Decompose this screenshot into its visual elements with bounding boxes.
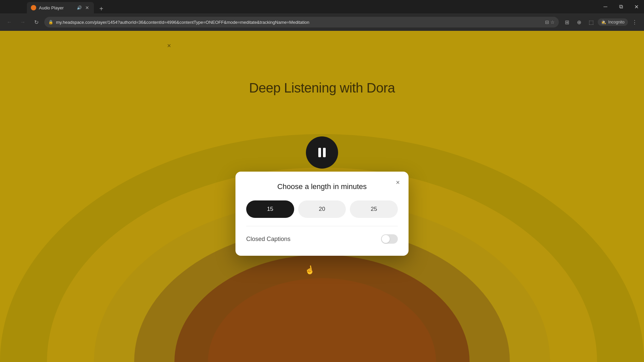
captions-label: Closed Captions bbox=[246, 236, 290, 243]
modal-divider bbox=[246, 226, 398, 226]
browser-actions: ⊞ ⊕ ⬚ 🕵 Incognito ⋮ bbox=[561, 17, 640, 27]
close-window-button[interactable]: ✕ bbox=[629, 0, 644, 13]
profile-button[interactable]: ⊕ bbox=[574, 17, 584, 27]
pause-icon bbox=[318, 148, 326, 157]
active-tab[interactable]: Audio Player 🔊 ✕ bbox=[27, 2, 94, 13]
page-content: × Deep Listening with Dora × Choose a le… bbox=[0, 31, 644, 362]
duration-20-button[interactable]: 20 bbox=[298, 200, 346, 218]
captions-row: Closed Captions bbox=[246, 234, 398, 244]
url-text: my.headspace.com/player/1454?authorId=36… bbox=[56, 20, 542, 25]
tab-close-button[interactable]: ✕ bbox=[85, 5, 90, 10]
page-close-button[interactable]: × bbox=[164, 40, 174, 51]
address-actions: ⊟ ☆ bbox=[545, 19, 555, 25]
incognito-label: Incognito bbox=[608, 20, 625, 24]
bookmark-icon[interactable]: ☆ bbox=[550, 19, 555, 25]
incognito-icon: 🕵 bbox=[601, 20, 606, 24]
duration-15-button[interactable]: 15 bbox=[246, 200, 294, 218]
duration-options: 15 20 25 bbox=[246, 200, 398, 218]
captions-toggle[interactable] bbox=[381, 234, 398, 244]
tab-bar: Audio Player 🔊 ✕ + ─ ⧉ ✕ bbox=[0, 0, 644, 13]
window-controls: ─ ⧉ ✕ bbox=[598, 0, 644, 13]
new-tab-button[interactable]: + bbox=[97, 4, 106, 13]
toggle-knob bbox=[382, 235, 390, 243]
extensions-button[interactable]: ⊞ bbox=[561, 17, 572, 27]
back-button[interactable]: ← bbox=[4, 17, 15, 27]
tab-title: Audio Player bbox=[39, 5, 74, 10]
modal-close-button[interactable]: × bbox=[392, 177, 403, 188]
refresh-button[interactable]: ↻ bbox=[31, 17, 42, 27]
forward-button[interactable]: → bbox=[17, 17, 28, 27]
modal-title: Choose a length in minutes bbox=[246, 182, 398, 191]
tab-audio-icon: 🔊 bbox=[77, 5, 82, 10]
lock-icon: 🔒 bbox=[48, 20, 53, 24]
duration-modal: × Choose a length in minutes 15 20 25 Cl… bbox=[235, 172, 409, 256]
nav-bar: ← → ↻ 🔒 my.headspace.com/player/1454?aut… bbox=[0, 13, 644, 31]
duration-25-button[interactable]: 25 bbox=[350, 200, 398, 218]
menu-button[interactable]: ⋮ bbox=[629, 17, 640, 27]
pause-button[interactable] bbox=[306, 136, 338, 169]
minimize-button[interactable]: ─ bbox=[598, 0, 613, 13]
address-bar[interactable]: 🔒 my.headspace.com/player/1454?authorId=… bbox=[44, 17, 559, 27]
tab-favicon bbox=[31, 5, 36, 10]
sidebar-button[interactable]: ⬚ bbox=[586, 17, 596, 27]
maximize-button[interactable]: ⧉ bbox=[613, 0, 629, 13]
track-title: Deep Listening with Dora bbox=[0, 80, 644, 96]
reader-view-icon[interactable]: ⊟ bbox=[545, 19, 549, 25]
incognito-badge[interactable]: 🕵 Incognito bbox=[598, 18, 628, 26]
